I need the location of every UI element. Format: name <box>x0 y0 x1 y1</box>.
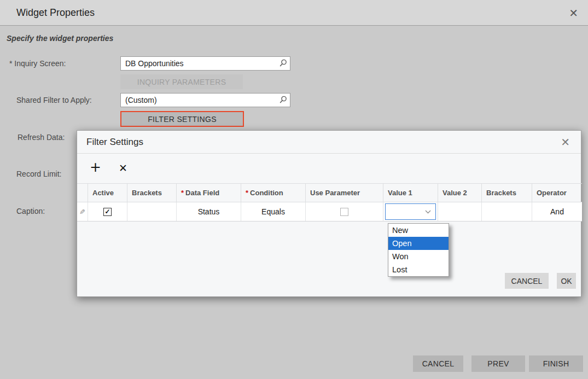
filter-settings-button[interactable]: FILTER SETTINGS <box>120 111 244 127</box>
dropdown-option-open[interactable]: Open <box>388 237 449 250</box>
filter-conditions-grid: Active Brackets *Data Field *Condition U… <box>77 183 582 221</box>
shared-filter-label: Shared Filter to Apply: <box>16 96 92 104</box>
shared-filter-input[interactable] <box>120 93 290 107</box>
search-icon[interactable] <box>279 96 287 104</box>
column-data-field: *Data Field <box>177 184 241 202</box>
column-row-selector <box>77 184 88 202</box>
pencil-icon: ✎ <box>79 208 85 216</box>
close-icon[interactable]: ✕ <box>569 8 578 19</box>
value1-dropdown-list: New Open Won Lost <box>388 223 449 277</box>
required-mark: * <box>181 189 184 197</box>
inquiry-screen-input[interactable] <box>120 56 290 71</box>
filter-cancel-button[interactable]: CANCEL <box>505 273 549 289</box>
use-parameter-cell[interactable] <box>306 202 383 221</box>
value1-dropdown-editor[interactable] <box>385 203 436 220</box>
column-active: Active <box>88 184 127 202</box>
grid-header-row: Active Brackets *Data Field *Condition U… <box>77 183 582 202</box>
column-value2: Value 2 <box>438 184 482 202</box>
column-value1: Value 1 <box>383 184 438 202</box>
use-parameter-checkbox[interactable] <box>340 208 348 216</box>
dropdown-option-lost[interactable]: Lost <box>388 263 449 276</box>
chevron-down-icon[interactable] <box>425 210 431 214</box>
value1-cell[interactable] <box>383 202 438 221</box>
required-mark: * <box>246 189 248 197</box>
caption-label: Caption: <box>16 207 45 215</box>
inquiry-parameters-button: INQUIRY PARAMETERS <box>120 74 243 89</box>
filter-settings-header: Filter Settings ✕ <box>77 131 581 154</box>
data-field-cell[interactable]: Status <box>177 202 241 221</box>
delete-row-icon[interactable]: ✕ <box>119 162 127 174</box>
search-icon[interactable] <box>279 59 287 67</box>
row-selector-cell: ✎ <box>77 202 88 221</box>
column-condition: *Condition <box>241 184 306 202</box>
cancel-button[interactable]: CANCEL <box>413 355 463 372</box>
close-icon[interactable]: ✕ <box>561 137 570 148</box>
add-row-icon[interactable]: + <box>90 159 101 175</box>
active-checkbox[interactable]: ✓ <box>103 208 112 216</box>
table-row: ✎ ✓ Status Equals And <box>77 202 582 221</box>
dropdown-option-won[interactable]: Won <box>388 250 449 263</box>
inquiry-screen-label: * Inquiry Screen: <box>9 59 66 68</box>
shared-filter-field[interactable] <box>120 93 290 107</box>
column-use-parameter: Use Parameter <box>306 184 383 202</box>
active-cell[interactable]: ✓ <box>88 202 127 221</box>
dropdown-option-new[interactable]: New <box>388 224 449 237</box>
finish-button[interactable]: FINISH <box>529 355 583 372</box>
operator-cell[interactable]: And <box>532 202 582 221</box>
prev-button[interactable]: PREV <box>471 355 525 372</box>
column-brackets-close: Brackets <box>482 184 532 202</box>
value2-cell[interactable] <box>438 202 482 221</box>
brackets-close-cell[interactable] <box>482 202 532 221</box>
filter-ok-button[interactable]: OK <box>557 273 576 289</box>
page-title: Widget Properties <box>16 7 95 19</box>
record-limit-label: Record Limit: <box>16 170 61 178</box>
column-operator: Operator <box>532 184 582 202</box>
brackets-open-cell[interactable] <box>127 202 177 221</box>
filter-settings-dialog: Filter Settings ✕ + ✕ Active Brackets *D… <box>77 130 581 297</box>
inquiry-screen-field[interactable] <box>120 56 290 71</box>
column-brackets-open: Brackets <box>127 184 177 202</box>
refresh-data-label: Refresh Data: <box>18 133 65 142</box>
condition-cell[interactable]: Equals <box>241 202 306 221</box>
widget-properties-titlebar: Widget Properties ✕ <box>0 0 588 26</box>
wizard-subtitle: Specify the widget properties <box>7 34 113 43</box>
filter-settings-title: Filter Settings <box>86 137 143 148</box>
